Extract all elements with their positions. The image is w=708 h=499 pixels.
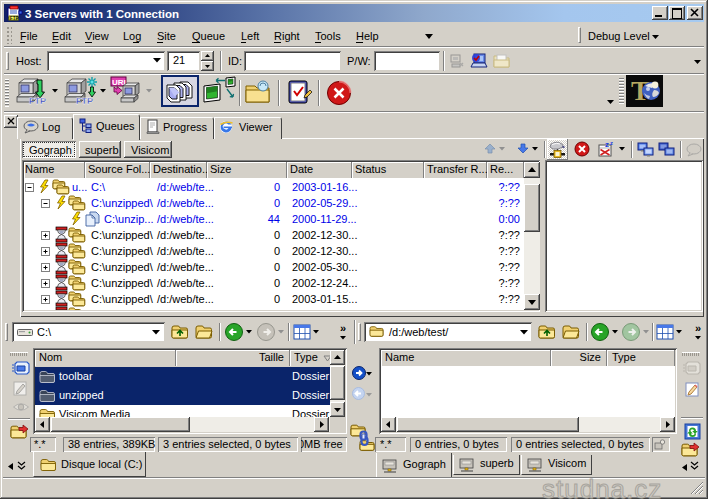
svg-text:FTP: FTP xyxy=(76,96,93,106)
svg-text:FTP: FTP xyxy=(29,96,46,106)
svg-text:z: z xyxy=(610,140,613,146)
svg-text:z: z xyxy=(605,140,609,149)
svg-text:FTP: FTP xyxy=(10,16,19,21)
